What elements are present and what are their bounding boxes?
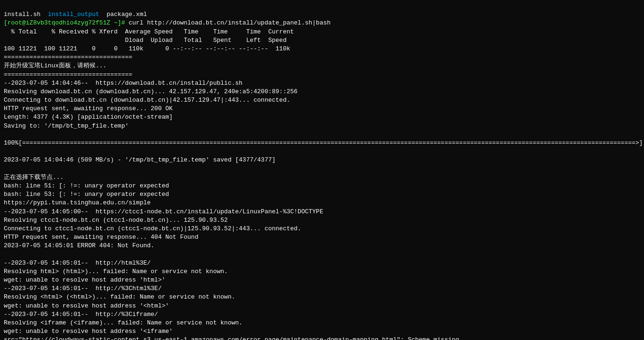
- line-http1: HTTP request sent, awaiting response... …: [4, 105, 173, 112]
- line-bash-err2: bash: line 53: [: !=: unary operator exp…: [4, 191, 169, 198]
- line-resolving1: Resolving download.bt.cn (download.bt.cn…: [4, 88, 298, 95]
- line-sep2: ===================================: [4, 71, 132, 78]
- line-resolving4: Resolving <html> (<html>)... failed: Nam…: [4, 293, 235, 300]
- terminal-output: install.sh install_output package.xml [r…: [4, 2, 640, 340]
- line-saved1: 2023-07-05 14:04:46 (509 MB/s) - '/tmp/b…: [4, 156, 275, 163]
- line-scheme-missing: src="https://cloudways-static-content.s3…: [4, 336, 463, 340]
- line-resolving2: Resolving ctcc1-node.bt.cn (ctcc1-node.b…: [4, 217, 228, 224]
- line-upgrade-msg: 开始升级宝塔Linux面板，请稍候...: [4, 62, 106, 69]
- line-wget2: --2023-07-05 14:05:00-- https://ctcc1-no…: [4, 208, 323, 215]
- line-length1: Length: 4377 (4.3K) [application/octet-s…: [4, 113, 173, 121]
- line-install: install.sh install_output package.xml: [4, 11, 147, 18]
- line-resolving3: Resolving html> (html>)... failed: Name …: [4, 268, 228, 275]
- line-connecting1: Connecting to download.bt.cn (download.b…: [4, 97, 290, 104]
- line-wget-err2: wget: unable to resolve host address '<h…: [4, 302, 169, 309]
- line-progress-bar: 100%[===================================…: [4, 139, 644, 146]
- line-wget1: --2023-07-05 14:04:46-- https://download…: [4, 80, 242, 87]
- line-prompt: [root@iZ8vb3tqodhio4zyg72f51Z ~]# curl h…: [4, 19, 330, 26]
- line-wget3: --2023-07-05 14:05:01-- http://html%3E/: [4, 259, 151, 267]
- line-wget-err1: wget: unable to resolve host address 'ht…: [4, 276, 165, 283]
- line-http2: HTTP request sent, awaiting response... …: [4, 234, 198, 241]
- line-connecting2: Connecting to ctcc1-node.bt.cn (ctcc1-no…: [4, 225, 301, 232]
- line-curl-header2: Dload Upload Total Spent Left Speed: [4, 37, 287, 44]
- line-error404: 2023-07-05 14:05:01 ERROR 404: Not Found…: [4, 242, 154, 249]
- line-curl-progress: 100 11221 100 11221 0 0 110k 0 --:--:-- …: [4, 45, 290, 52]
- line-selecting-node: 正在选择下载节点...: [4, 174, 64, 181]
- line-sep1: ===================================: [4, 54, 132, 61]
- line-resolving5: Resolving <iframe (<iframe)... failed: N…: [4, 319, 242, 326]
- line-wget5: --2023-07-05 14:05:01-- http://%3Ciframe…: [4, 311, 158, 318]
- line-pypi: https://pypi.tuna.tsinghua.edu.cn/simple: [4, 199, 151, 206]
- line-wget-err3: wget: unable to resolve host address '<i…: [4, 328, 173, 335]
- line-wget4: --2023-07-05 14:05:01-- http://%3Chtml%3…: [4, 285, 161, 292]
- line-curl-header1: % Total % Received % Xferd Average Speed…: [4, 28, 294, 35]
- line-bash-err1: bash: line 51: [: !=: unary operator exp…: [4, 182, 169, 189]
- line-saving1: Saving to: '/tmp/bt_tmp_file.temp': [4, 122, 129, 130]
